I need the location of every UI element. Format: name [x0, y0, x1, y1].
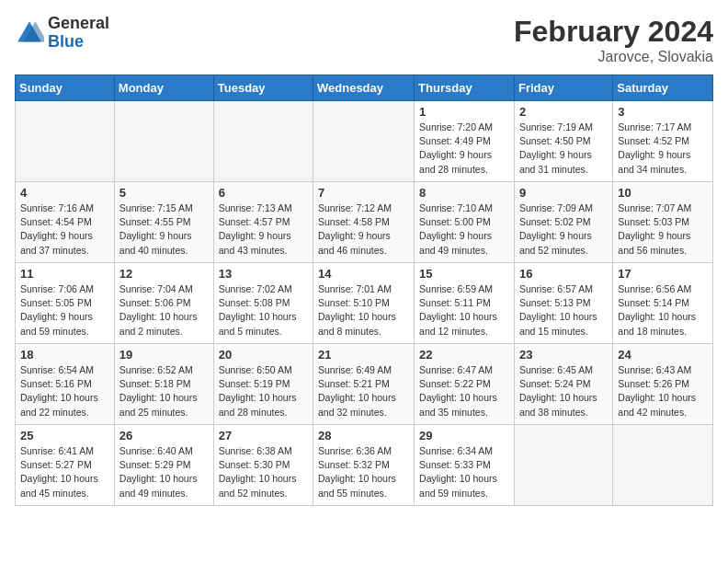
day-number: 4	[20, 186, 109, 200]
day-number: 21	[318, 348, 409, 362]
calendar-cell: 22Sunrise: 6:47 AMSunset: 5:22 PMDayligh…	[415, 344, 515, 425]
calendar-cell: 20Sunrise: 6:50 AMSunset: 5:19 PMDayligh…	[213, 344, 313, 425]
calendar-cell: 24Sunrise: 6:43 AMSunset: 5:26 PMDayligh…	[613, 344, 713, 425]
calendar-cell: 29Sunrise: 6:34 AMSunset: 5:33 PMDayligh…	[415, 425, 515, 506]
calendar-cell: 11Sunrise: 7:06 AMSunset: 5:05 PMDayligh…	[16, 263, 115, 344]
calendar-cell: 14Sunrise: 7:01 AMSunset: 5:10 PMDayligh…	[313, 263, 415, 344]
calendar-cell: 10Sunrise: 7:07 AMSunset: 5:03 PMDayligh…	[613, 182, 713, 263]
calendar-cell: 5Sunrise: 7:15 AMSunset: 4:55 PMDaylight…	[114, 182, 213, 263]
day-number: 18	[20, 348, 109, 362]
calendar-cell	[514, 425, 612, 506]
title-block: February 2024 Jarovce, Slovakia	[514, 15, 713, 65]
day-info: Sunrise: 7:01 AMSunset: 5:10 PMDaylight:…	[318, 282, 409, 339]
calendar-week-row: 4Sunrise: 7:16 AMSunset: 4:54 PMDaylight…	[16, 182, 713, 263]
day-info: Sunrise: 6:56 AMSunset: 5:14 PMDaylight:…	[618, 282, 708, 339]
day-info: Sunrise: 6:57 AMSunset: 5:13 PMDaylight:…	[519, 282, 608, 339]
day-info: Sunrise: 7:12 AMSunset: 4:58 PMDaylight:…	[318, 201, 409, 258]
day-info: Sunrise: 7:20 AMSunset: 4:49 PMDaylight:…	[419, 121, 509, 177]
page-header: General Blue February 2024 Jarovce, Slov…	[15, 15, 713, 65]
logo-line1: General	[48, 15, 109, 33]
calendar-cell	[16, 101, 115, 182]
day-number: 26	[119, 429, 209, 442]
weekday-header: Wednesday	[313, 75, 415, 101]
calendar-week-row: 18Sunrise: 6:54 AMSunset: 5:16 PMDayligh…	[16, 344, 713, 425]
day-info: Sunrise: 6:34 AMSunset: 5:33 PMDaylight:…	[419, 444, 509, 500]
header-row: SundayMondayTuesdayWednesdayThursdayFrid…	[16, 75, 713, 101]
calendar-cell: 28Sunrise: 6:36 AMSunset: 5:32 PMDayligh…	[313, 425, 415, 506]
day-info: Sunrise: 6:36 AMSunset: 5:32 PMDaylight:…	[318, 444, 409, 500]
day-number: 29	[419, 429, 509, 442]
day-number: 17	[618, 267, 708, 281]
day-info: Sunrise: 6:49 AMSunset: 5:21 PMDaylight:…	[318, 363, 409, 419]
calendar-table: SundayMondayTuesdayWednesdayThursdayFrid…	[15, 75, 713, 506]
day-number: 28	[318, 429, 409, 442]
calendar-cell	[313, 101, 415, 182]
weekday-header: Sunday	[16, 75, 115, 101]
calendar-header: SundayMondayTuesdayWednesdayThursdayFrid…	[16, 75, 713, 101]
calendar-body: 1Sunrise: 7:20 AMSunset: 4:49 PMDaylight…	[16, 101, 713, 506]
weekday-header: Monday	[114, 75, 213, 101]
calendar-cell: 6Sunrise: 7:13 AMSunset: 4:57 PMDaylight…	[213, 182, 313, 263]
day-number: 6	[219, 186, 308, 200]
day-number: 11	[20, 267, 109, 281]
weekday-header: Friday	[514, 75, 612, 101]
day-info: Sunrise: 7:13 AMSunset: 4:57 PMDaylight:…	[219, 201, 308, 258]
calendar-cell	[114, 101, 213, 182]
day-number: 23	[519, 348, 608, 362]
day-number: 24	[618, 348, 708, 362]
calendar-cell: 21Sunrise: 6:49 AMSunset: 5:21 PMDayligh…	[313, 344, 415, 425]
day-number: 15	[419, 267, 509, 281]
calendar-cell: 26Sunrise: 6:40 AMSunset: 5:29 PMDayligh…	[114, 425, 213, 506]
day-info: Sunrise: 6:54 AMSunset: 5:16 PMDaylight:…	[20, 363, 109, 419]
day-info: Sunrise: 7:19 AMSunset: 4:50 PMDaylight:…	[519, 121, 608, 177]
calendar-cell: 12Sunrise: 7:04 AMSunset: 5:06 PMDayligh…	[114, 263, 213, 344]
day-number: 13	[219, 267, 308, 281]
calendar-cell	[213, 101, 313, 182]
calendar-subtitle: Jarovce, Slovakia	[514, 49, 713, 65]
day-number: 19	[119, 348, 209, 362]
day-info: Sunrise: 6:50 AMSunset: 5:19 PMDaylight:…	[219, 363, 308, 419]
calendar-week-row: 1Sunrise: 7:20 AMSunset: 4:49 PMDaylight…	[16, 101, 713, 182]
calendar-cell: 16Sunrise: 6:57 AMSunset: 5:13 PMDayligh…	[514, 263, 612, 344]
day-number: 3	[618, 105, 708, 119]
day-info: Sunrise: 7:10 AMSunset: 5:00 PMDaylight:…	[419, 201, 509, 258]
day-info: Sunrise: 6:52 AMSunset: 5:18 PMDaylight:…	[119, 363, 209, 419]
day-number: 25	[20, 429, 109, 442]
day-info: Sunrise: 6:59 AMSunset: 5:11 PMDaylight:…	[419, 282, 509, 339]
calendar-cell: 25Sunrise: 6:41 AMSunset: 5:27 PMDayligh…	[16, 425, 115, 506]
calendar-cell: 2Sunrise: 7:19 AMSunset: 4:50 PMDaylight…	[514, 101, 612, 182]
calendar-cell: 23Sunrise: 6:45 AMSunset: 5:24 PMDayligh…	[514, 344, 612, 425]
calendar-cell: 4Sunrise: 7:16 AMSunset: 4:54 PMDaylight…	[16, 182, 115, 263]
calendar-cell: 18Sunrise: 6:54 AMSunset: 5:16 PMDayligh…	[16, 344, 115, 425]
calendar-week-row: 25Sunrise: 6:41 AMSunset: 5:27 PMDayligh…	[16, 425, 713, 506]
calendar-cell: 19Sunrise: 6:52 AMSunset: 5:18 PMDayligh…	[114, 344, 213, 425]
day-number: 5	[119, 186, 209, 200]
calendar-cell: 1Sunrise: 7:20 AMSunset: 4:49 PMDaylight…	[415, 101, 515, 182]
day-info: Sunrise: 7:02 AMSunset: 5:08 PMDaylight:…	[219, 282, 308, 339]
calendar-cell: 15Sunrise: 6:59 AMSunset: 5:11 PMDayligh…	[415, 263, 515, 344]
calendar-cell: 7Sunrise: 7:12 AMSunset: 4:58 PMDaylight…	[313, 182, 415, 263]
weekday-header: Thursday	[415, 75, 515, 101]
calendar-cell: 3Sunrise: 7:17 AMSunset: 4:52 PMDaylight…	[613, 101, 713, 182]
day-number: 27	[219, 429, 308, 442]
day-number: 8	[419, 186, 509, 200]
logo-icon	[15, 18, 44, 48]
day-info: Sunrise: 7:04 AMSunset: 5:06 PMDaylight:…	[119, 282, 209, 339]
logo-line2: Blue	[48, 33, 109, 52]
calendar-cell: 8Sunrise: 7:10 AMSunset: 5:00 PMDaylight…	[415, 182, 515, 263]
day-number: 20	[219, 348, 308, 362]
day-number: 14	[318, 267, 409, 281]
day-number: 22	[419, 348, 509, 362]
day-number: 7	[318, 186, 409, 200]
calendar-cell: 17Sunrise: 6:56 AMSunset: 5:14 PMDayligh…	[613, 263, 713, 344]
day-info: Sunrise: 6:40 AMSunset: 5:29 PMDaylight:…	[119, 444, 209, 500]
calendar-cell: 9Sunrise: 7:09 AMSunset: 5:02 PMDaylight…	[514, 182, 612, 263]
day-info: Sunrise: 6:38 AMSunset: 5:30 PMDaylight:…	[219, 444, 308, 500]
day-number: 2	[519, 105, 608, 119]
weekday-header: Tuesday	[213, 75, 313, 101]
day-number: 10	[618, 186, 708, 200]
day-info: Sunrise: 7:17 AMSunset: 4:52 PMDaylight:…	[618, 121, 708, 177]
day-info: Sunrise: 7:15 AMSunset: 4:55 PMDaylight:…	[119, 201, 209, 258]
day-number: 9	[519, 186, 608, 200]
day-number: 16	[519, 267, 608, 281]
